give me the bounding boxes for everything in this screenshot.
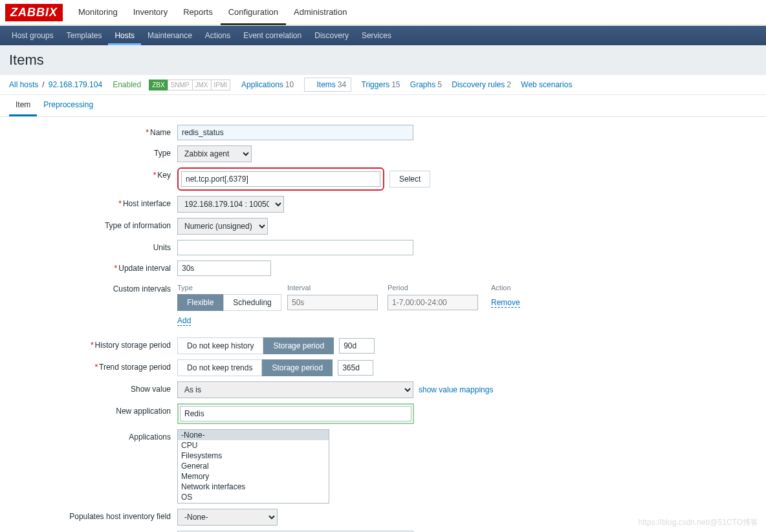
- subnav-discovery[interactable]: Discovery: [308, 26, 355, 45]
- select-typeinfo[interactable]: Numeric (unsigned): [177, 218, 268, 235]
- item-form: *Name Type Zabbix agent *Key Select *Hos…: [0, 117, 766, 532]
- host-links: Applications10 Items34 Triggers15 Graphs…: [234, 80, 572, 89]
- link-triggers[interactable]: Triggers: [362, 80, 390, 89]
- app-option-general[interactable]: General: [178, 461, 329, 471]
- link-applications[interactable]: Applications: [241, 80, 283, 89]
- avail-zbx: ZBX: [149, 80, 168, 90]
- label-hostif: *Host interface: [9, 196, 177, 208]
- app-option-filesystems[interactable]: Filesystems: [178, 451, 329, 461]
- subnav-eventcorrelation[interactable]: Event correlation: [237, 26, 308, 45]
- select-key-button[interactable]: Select: [389, 171, 430, 187]
- multiselect-applications[interactable]: -None- CPU Filesystems General Memory Ne…: [177, 429, 329, 504]
- nav-inventory[interactable]: Inventory: [126, 0, 175, 25]
- label-name: *Name: [9, 125, 177, 137]
- breadcrumb-host[interactable]: 92.168.179.104: [49, 80, 102, 89]
- subnav-services[interactable]: Services: [355, 26, 398, 45]
- label-showvalue: Show value: [9, 381, 177, 394]
- tab-preprocessing[interactable]: Preprocessing: [37, 95, 100, 116]
- link-discoveryrules[interactable]: Discovery rules: [452, 80, 505, 89]
- sub-nav: Host groups Templates Hosts Maintenance …: [0, 26, 766, 45]
- seg-nohistory[interactable]: Do not keep history: [177, 337, 263, 354]
- input-update[interactable]: [177, 261, 271, 276]
- app-option-none[interactable]: -None-: [178, 430, 329, 440]
- input-history[interactable]: [339, 338, 375, 354]
- input-units[interactable]: [177, 240, 413, 255]
- nav-monitoring[interactable]: Monitoring: [71, 0, 126, 25]
- label-popinv: Populates host inventory field: [9, 509, 177, 521]
- seg-scheduling[interactable]: Scheduling: [223, 294, 281, 311]
- label-applications: Applications: [9, 429, 177, 442]
- app-option-network[interactable]: Network interfaces: [178, 482, 329, 492]
- app-option-performance[interactable]: Performance: [178, 502, 329, 504]
- avail-ipmi: IPMI: [211, 80, 231, 90]
- label-key: *Key: [9, 167, 177, 180]
- select-hostif[interactable]: 192.168.179.104 : 10050: [177, 196, 284, 213]
- label-history: *History storage period: [9, 337, 177, 350]
- status-enabled: Enabled: [113, 80, 141, 89]
- label-typeinfo: Type of information: [9, 218, 177, 230]
- input-trend[interactable]: [338, 360, 373, 376]
- avail-snmp: SNMP: [168, 80, 193, 90]
- link-graphs[interactable]: Graphs: [410, 80, 435, 89]
- seg-notrend[interactable]: Do not keep trends: [177, 359, 262, 376]
- avail-jmx: JMX: [192, 80, 212, 90]
- page-title: Items: [0, 45, 766, 75]
- input-newapp[interactable]: [180, 406, 411, 421]
- breadcrumb-allhosts[interactable]: All hosts: [9, 80, 38, 89]
- select-type[interactable]: Zabbix agent: [177, 145, 252, 162]
- app-option-os[interactable]: OS: [178, 492, 329, 502]
- app-option-memory[interactable]: Memory: [178, 471, 329, 482]
- input-period[interactable]: [388, 295, 478, 310]
- select-popinv[interactable]: -None-: [177, 509, 278, 526]
- nav-administration[interactable]: Administration: [286, 0, 355, 25]
- link-add-interval[interactable]: Add: [177, 316, 191, 326]
- tab-bar: Item Preprocessing: [0, 95, 766, 117]
- label-update: *Update interval: [9, 261, 177, 273]
- label-units: Units: [9, 240, 177, 252]
- select-showvalue[interactable]: As is: [177, 381, 413, 398]
- host-bar: All hosts / 92.168.179.104 Enabled ZBXSN…: [0, 75, 766, 95]
- label-type: Type: [9, 145, 177, 158]
- app-option-cpu[interactable]: CPU: [178, 440, 329, 451]
- watermark: https://blog.csdn.net/@51CTO博客: [639, 517, 758, 528]
- link-webscenarios[interactable]: Web scenarios: [521, 80, 572, 89]
- intervals-header: Type Interval Period Action: [177, 281, 757, 294]
- breadcrumb-sep: /: [42, 80, 44, 89]
- subnav-hostgroups[interactable]: Host groups: [5, 26, 60, 45]
- link-items[interactable]: Items: [317, 80, 336, 89]
- seg-historysp[interactable]: Storage period: [263, 337, 334, 354]
- nav-reports[interactable]: Reports: [175, 0, 221, 25]
- seg-flexible[interactable]: Flexible: [177, 294, 223, 311]
- top-nav: ZABBIX Monitoring Inventory Reports Conf…: [0, 0, 766, 26]
- input-interval[interactable]: [287, 295, 378, 310]
- logo: ZABBIX: [5, 4, 63, 21]
- label-newapp: New application: [9, 403, 177, 416]
- nav-configuration[interactable]: Configuration: [221, 0, 286, 25]
- subnav-templates[interactable]: Templates: [60, 26, 109, 45]
- key-highlight: [177, 167, 384, 191]
- seg-trendsp[interactable]: Storage period: [262, 359, 333, 376]
- link-valuemappings[interactable]: show value mappings: [419, 385, 493, 394]
- label-custom: Custom intervals: [9, 281, 177, 293]
- link-remove[interactable]: Remove: [491, 298, 520, 308]
- input-key[interactable]: [181, 171, 380, 187]
- subnav-maintenance[interactable]: Maintenance: [141, 26, 199, 45]
- subnav-hosts[interactable]: Hosts: [108, 26, 141, 45]
- tab-item[interactable]: Item: [9, 95, 37, 116]
- subnav-actions[interactable]: Actions: [199, 26, 237, 45]
- label-trend: *Trend storage period: [9, 359, 177, 372]
- input-name[interactable]: [177, 125, 413, 140]
- segment-intervaltype: Flexible Scheduling: [177, 294, 287, 311]
